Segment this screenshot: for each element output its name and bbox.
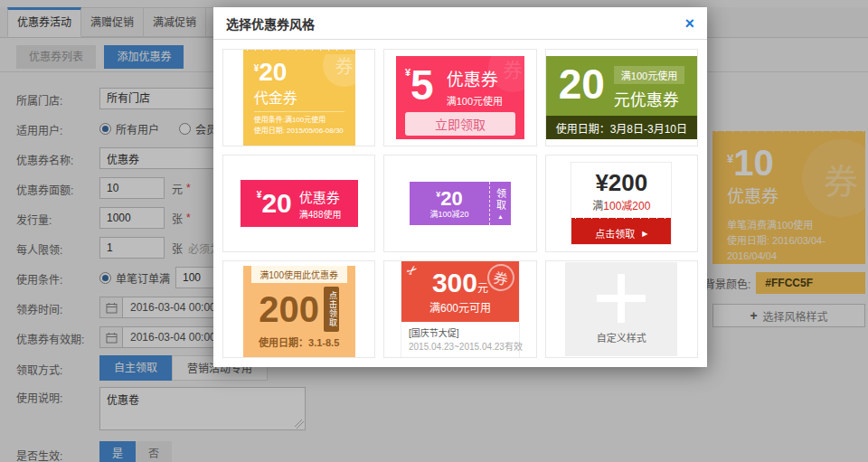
click-claim-button: 点击领取▶ [571, 222, 671, 244]
coupon-condition: 100减200 [603, 200, 650, 212]
coupon-style-white-200[interactable]: ¥200 满100减200 点击领取▶ [545, 155, 698, 252]
coupon-style-orange[interactable]: 满100使用此优惠券 200 点击领取 使用日期：3.1-8.5 [222, 260, 375, 358]
coupon-condition: 满488使用 [299, 207, 342, 221]
claim-now-button: 立即领取 [405, 112, 515, 136]
plus-icon [597, 274, 646, 323]
coupon-style-modal: 选择优惠券风格 × 券 ¥20 代金券 使用条件:满100元使用 使用日期: 2… [213, 7, 707, 367]
coupon-validity: 2015.04.23~2015.04.23有效 [409, 339, 512, 353]
coupon-name: 优惠券 [299, 187, 342, 206]
coupon-style-red-banner[interactable]: ¥20 优惠券 满488使用 [222, 155, 375, 252]
coupon-amount: 200 [259, 291, 319, 327]
coupon-amount: ¥20 [436, 189, 463, 209]
coupon-amount: ¥200 [571, 170, 671, 196]
promo-tag: [国庆节大促] [409, 325, 512, 339]
coupon-amount: ¥20 [257, 190, 292, 217]
triangle-up-icon: ▲ [497, 213, 504, 220]
coupon-condition: 满100减20 [429, 211, 468, 219]
coupon-style-red-300[interactable]: ✂ 券 300元 满600元可用 [国庆节大促] 2015.04.23~2015… [383, 260, 536, 358]
coupon-condition: 使用条件:满100元使用 [254, 115, 344, 126]
claim-label: 领取 [493, 188, 507, 212]
coupon-style-custom[interactable]: 自定义样式 [545, 260, 698, 358]
coupon-style-grid: 券 ¥20 代金券 使用条件:满100元使用 使用日期: 2015/05/06-… [213, 40, 707, 367]
serrated-edge [243, 354, 355, 358]
triangle-right-icon: ▶ [642, 230, 647, 238]
coupon-name: 代金券 [254, 86, 344, 108]
coupon-style-yellow-stamp[interactable]: 券 ¥20 代金券 使用条件:满100元使用 使用日期: 2015/05/06-… [222, 49, 375, 146]
coupon-amount: ¥5 [405, 64, 434, 106]
coupon-name: 元优惠券 [614, 87, 684, 110]
coupon-style-pink[interactable]: 券 ¥5 优惠券 满100元使用 立即领取 [383, 49, 536, 146]
coupon-condition-badge: 满100元使用 [614, 66, 684, 84]
coupon-condition-prefix: 满 [592, 200, 603, 212]
coupon-amount: 20 [559, 63, 605, 105]
coupon-style-green[interactable]: 20 满100元使用 元优惠券 使用日期：3月8日-3月10日 [545, 49, 698, 146]
close-icon[interactable]: × [684, 15, 694, 32]
click-claim-tag: 点击领取 [324, 287, 339, 332]
coupon-condition: 满600元可用 [401, 299, 519, 315]
coupon-date: 使用日期: 2015/05/06-08/30 [254, 126, 344, 137]
coupon-style-purple[interactable]: ¥20 满100减20 领取 ▲ [383, 155, 536, 252]
custom-style-label: 自定义样式 [597, 330, 646, 344]
modal-title: 选择优惠券风格 [226, 14, 684, 33]
coupon-condition: 满100元使用 [447, 93, 503, 108]
serrated-edge [243, 141, 355, 146]
coupon-date: 使用日期：3.1-8.5 [243, 332, 355, 354]
coupon-date-bar: 使用日期：3月8日-3月10日 [546, 116, 697, 139]
coupon-condition-header: 满100使用此优惠券 [251, 266, 347, 283]
modal-header: 选择优惠券风格 × [213, 7, 707, 40]
